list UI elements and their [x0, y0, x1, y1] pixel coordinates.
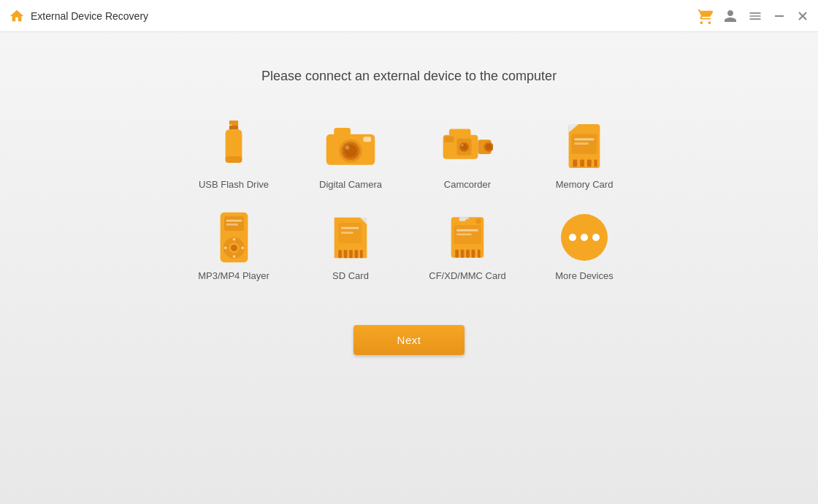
svg-rect-51 — [360, 250, 363, 258]
app-title: External Device Recovery — [31, 10, 697, 22]
usb-flash-drive-icon — [208, 121, 259, 172]
svg-rect-37 — [226, 224, 237, 226]
usb-flash-drive-label: USB Flash Drive — [199, 179, 269, 190]
svg-rect-33 — [595, 159, 597, 167]
mp3-mp4-player-icon — [208, 212, 259, 263]
device-sd-card[interactable]: SD Card — [292, 205, 409, 289]
svg-rect-28 — [574, 138, 594, 140]
svg-point-13 — [345, 146, 349, 150]
svg-rect-64 — [466, 250, 470, 258]
svg-rect-66 — [478, 250, 481, 258]
more-devices-icon — [559, 212, 610, 263]
svg-rect-16 — [449, 129, 471, 137]
device-camcorder[interactable]: Camcorder — [409, 113, 526, 197]
device-memory-card[interactable]: Memory Card — [526, 113, 643, 197]
svg-rect-30 — [573, 159, 577, 167]
svg-point-40 — [231, 245, 237, 251]
svg-point-61 — [475, 218, 481, 224]
sd-card-label: SD Card — [332, 270, 369, 281]
device-cf-xd-mmc-card[interactable]: CF/XD/MMC Card — [409, 205, 526, 289]
more-devices-label: More Devices — [555, 270, 613, 281]
svg-rect-32 — [587, 159, 592, 167]
menu-icon[interactable] — [748, 9, 762, 23]
device-usb-flash-drive[interactable]: USB Flash Drive — [175, 113, 292, 197]
sd-card-icon — [325, 212, 376, 263]
prompt-text: Please connect an external device to the… — [261, 69, 557, 84]
svg-point-68 — [569, 234, 576, 241]
device-mp3-mp4-player[interactable]: MP3/MP4 Player — [175, 205, 292, 289]
minimize-button[interactable] — [773, 9, 786, 23]
svg-point-69 — [581, 234, 588, 241]
svg-point-41 — [232, 238, 235, 241]
svg-rect-29 — [574, 142, 588, 145]
device-more-devices[interactable]: More Devices — [526, 205, 643, 289]
svg-rect-48 — [344, 250, 348, 258]
svg-rect-0 — [775, 15, 784, 17]
camcorder-icon — [442, 121, 493, 172]
memory-card-label: Memory Card — [556, 179, 614, 190]
memory-card-icon — [559, 121, 610, 172]
svg-rect-63 — [461, 250, 465, 258]
svg-rect-54 — [341, 232, 353, 234]
home-icon — [9, 8, 25, 24]
digital-camera-icon — [325, 121, 376, 172]
svg-point-70 — [592, 234, 600, 241]
svg-point-43 — [224, 247, 227, 250]
account-icon[interactable] — [723, 9, 738, 23]
svg-rect-7 — [229, 126, 238, 129]
svg-rect-9 — [334, 128, 351, 136]
mp3-mp4-player-label: MP3/MP4 Player — [198, 270, 270, 281]
main-content: Please connect an external device to the… — [0, 32, 818, 504]
svg-point-24 — [461, 144, 463, 146]
svg-rect-53 — [341, 226, 359, 229]
svg-rect-20 — [444, 136, 454, 142]
svg-point-44 — [241, 247, 244, 250]
svg-rect-31 — [580, 159, 584, 167]
digital-camera-label: Digital Camera — [319, 179, 382, 190]
cf-xd-mmc-card-label: CF/XD/MMC Card — [429, 270, 505, 281]
cart-icon[interactable] — [697, 8, 713, 24]
svg-rect-62 — [455, 250, 459, 258]
svg-rect-50 — [355, 250, 359, 258]
svg-point-19 — [486, 144, 492, 150]
svg-point-42 — [232, 255, 235, 258]
close-button[interactable] — [796, 9, 809, 23]
titlebar: External Device Recovery — [0, 0, 818, 32]
svg-rect-36 — [226, 220, 242, 222]
svg-rect-65 — [472, 250, 475, 258]
cf-xd-mmc-card-icon — [442, 212, 493, 263]
next-button[interactable]: Next — [353, 325, 465, 355]
svg-rect-47 — [338, 250, 342, 258]
device-digital-camera[interactable]: Digital Camera — [292, 113, 409, 197]
window-controls — [697, 8, 809, 24]
svg-rect-14 — [364, 137, 372, 142]
svg-rect-49 — [349, 250, 353, 258]
svg-rect-59 — [456, 229, 478, 232]
svg-rect-60 — [456, 233, 471, 235]
svg-rect-6 — [226, 156, 242, 163]
device-grid: USB Flash Drive — [175, 113, 643, 289]
camcorder-label: Camcorder — [444, 179, 491, 190]
